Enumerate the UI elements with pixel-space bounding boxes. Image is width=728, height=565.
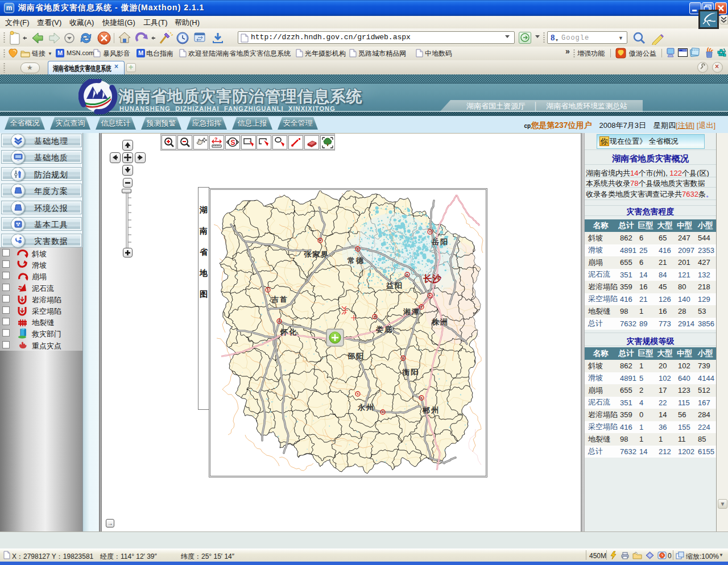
svg-text:S: S (231, 139, 235, 147)
svg-text:郴州: 郴州 (422, 406, 440, 414)
svg-text:湘潭: 湘潭 (403, 308, 420, 316)
svg-text:常德: 常德 (347, 256, 365, 265)
svg-text:张家界: 张家界 (304, 250, 329, 259)
svg-text:益阳: 益阳 (386, 281, 403, 290)
svg-text:邵阳: 邵阳 (347, 352, 365, 360)
svg-text:吉首: 吉首 (271, 295, 288, 304)
svg-text:长沙: 长沙 (423, 274, 442, 284)
svg-text:?: ? (214, 136, 218, 142)
svg-text:永州: 永州 (357, 403, 375, 412)
svg-text:娄底: 娄底 (375, 325, 393, 334)
svg-text:株洲: 株洲 (431, 318, 449, 326)
svg-text:怀化: 怀化 (280, 328, 297, 336)
svg-text:岳阳: 岳阳 (431, 238, 449, 246)
svg-text:衡阳: 衡阳 (402, 368, 419, 376)
